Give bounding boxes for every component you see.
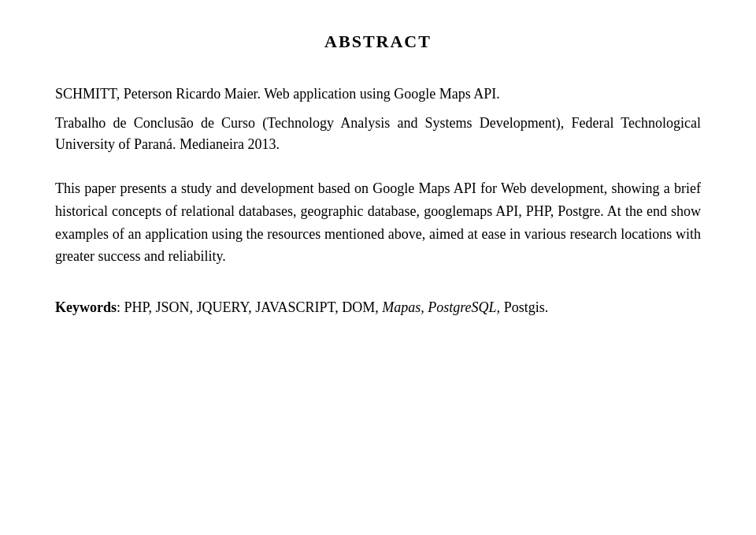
citation-line-1: SCHMITT, Peterson Ricardo Maier. Web app… xyxy=(55,84,701,105)
body-paragraph-1: This paper presents a study and developm… xyxy=(55,177,701,268)
keywords-italic: Mapas, PostgreSQL, xyxy=(382,299,500,315)
keywords-paragraph: Keywords: PHP, JSON, JQUERY, JAVASCRIPT,… xyxy=(55,296,701,319)
abstract-title: ABSTRACT xyxy=(55,32,701,52)
keywords-text: : PHP, JSON, JQUERY, JAVASCRIPT, DOM, xyxy=(117,299,382,315)
page-container: ABSTRACT SCHMITT, Peterson Ricardo Maier… xyxy=(39,0,717,351)
keywords-label: Keywords xyxy=(55,299,117,315)
keywords-end: Postgis. xyxy=(500,299,548,315)
citation-line-2: Trabalho de Conclusão de Curso (Technolo… xyxy=(55,113,701,155)
